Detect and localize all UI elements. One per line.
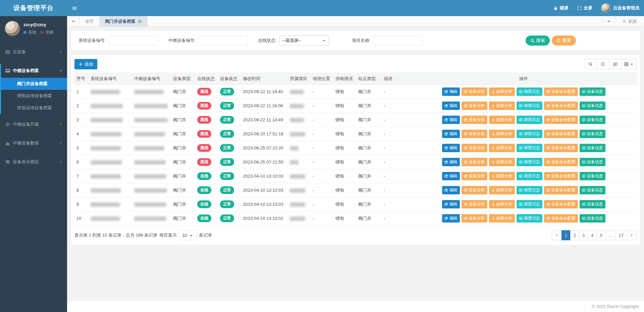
page-size-select[interactable]: 10 (179, 230, 197, 240)
pagination-page-button[interactable]: 3 (579, 230, 588, 240)
action-button-编辑[interactable]: 编辑 (442, 144, 460, 152)
system-device-no-input[interactable] (109, 36, 158, 46)
action-button-调度日志[interactable]: 调度日志 (517, 158, 542, 166)
user-avatar[interactable] (5, 21, 20, 36)
action-button-设备分析[interactable]: 设备分析 (462, 87, 487, 96)
action-button-编辑[interactable]: 编辑 (442, 116, 460, 124)
tabs-scroll-right-button[interactable] (602, 16, 615, 26)
action-button-设备命令配置[interactable]: 设备命令配置 (544, 130, 578, 138)
action-button-调度日志[interactable]: 调度日志 (517, 116, 542, 124)
tab-item[interactable]: 首页 (80, 16, 100, 26)
sidebar-subitem[interactable]: 拼装远传设备档案 (1, 102, 67, 114)
fullscreen-button[interactable]: 全屏 (577, 5, 592, 11)
action-button-故障分析[interactable]: 故障分析 (489, 144, 515, 152)
sidebar-subitem[interactable]: 锂电远传设备档案 (1, 90, 67, 102)
tabs-scroll-left-button[interactable] (67, 16, 80, 26)
action-button-设备分析[interactable]: 设备分析 (462, 200, 487, 208)
action-button-故障分析[interactable]: 故障分析 (489, 102, 515, 110)
tab-close-icon[interactable] (138, 19, 142, 23)
pagination-page-button[interactable]: ... (605, 230, 616, 240)
action-button-故障分析[interactable]: 故障分析 (489, 158, 515, 166)
pagination-page-button[interactable]: 1 (561, 230, 571, 240)
reset-button[interactable]: 重置 (552, 36, 576, 46)
action-button-故障分析[interactable]: 故障分析 (489, 200, 515, 208)
sidebar-item[interactable]: 云设备 (1, 45, 67, 59)
action-button-故障分析[interactable]: 故障分析 (489, 186, 515, 194)
sidebar-item[interactable]: 中燃设备数据 (1, 136, 67, 150)
table-card-view-button[interactable] (609, 59, 622, 69)
pagination-next-button[interactable] (627, 230, 637, 240)
action-button-设备信息[interactable]: 设备信息 (580, 130, 605, 138)
pagination-page-button[interactable]: 17 (615, 230, 627, 240)
action-button-调度日志[interactable]: 调度日志 (517, 214, 542, 223)
action-button-编辑[interactable]: 编辑 (442, 172, 460, 180)
action-button-编辑[interactable]: 编辑 (442, 186, 460, 194)
add-button[interactable]: 添加 (74, 59, 97, 69)
sidebar-item[interactable]: 中燃设备升级 (1, 117, 67, 131)
action-button-设备分析[interactable]: 设备分析 (462, 186, 487, 194)
zr-device-no-input[interactable] (198, 36, 248, 46)
lock-screen-button[interactable]: 锁屏 (553, 5, 569, 11)
action-button-编辑[interactable]: 编辑 (442, 87, 460, 96)
action-button-设备信息[interactable]: 设备信息 (580, 102, 605, 110)
action-button-调度日志[interactable]: 调度日志 (517, 130, 542, 138)
action-button-设备信息[interactable]: 设备信息 (580, 116, 605, 124)
sidebar-item[interactable]: 中燃设备档案 (1, 64, 67, 78)
action-button-调度日志[interactable]: 调度日志 (517, 87, 542, 96)
action-button-故障分析[interactable]: 故障分析 (489, 116, 515, 124)
action-button-设备信息[interactable]: 设备信息 (580, 186, 605, 194)
table-refresh-button[interactable] (596, 59, 609, 69)
action-button-编辑[interactable]: 编辑 (442, 158, 460, 166)
action-button-编辑[interactable]: 编辑 (442, 102, 460, 110)
action-button-故障分析[interactable]: 故障分析 (489, 172, 515, 180)
action-button-设备分析[interactable]: 设备分析 (462, 214, 487, 223)
tab-refresh-button[interactable]: 刷新 (615, 16, 644, 26)
action-button-调度日志[interactable]: 调度日志 (517, 200, 542, 208)
pagination-page-button[interactable]: 5 (596, 230, 605, 240)
action-button-设备命令配置[interactable]: 设备命令配置 (544, 214, 578, 223)
action-button-调度日志[interactable]: 调度日志 (517, 186, 542, 194)
pagination-page-button[interactable]: 2 (570, 230, 579, 240)
action-button-编辑[interactable]: 编辑 (442, 200, 460, 208)
action-button-设备命令配置[interactable]: 设备命令配置 (544, 144, 578, 152)
action-button-设备分析[interactable]: 设备分析 (462, 116, 487, 124)
table-search-toggle-button[interactable] (584, 59, 597, 69)
action-button-编辑[interactable]: 编辑 (442, 130, 460, 138)
action-button-设备信息[interactable]: 设备信息 (580, 200, 605, 208)
table-columns-button[interactable] (621, 59, 637, 69)
action-button-调度日志[interactable]: 调度日志 (517, 144, 542, 152)
action-button-设备信息[interactable]: 设备信息 (580, 172, 605, 180)
tab-active[interactable]: 阀门井设备档案 (100, 16, 148, 26)
pagination-prev-button[interactable] (552, 230, 562, 240)
user-menu[interactable]: 云设备管理员 (601, 3, 639, 13)
action-button-设备命令配置[interactable]: 设备命令配置 (544, 102, 578, 110)
action-button-编辑[interactable]: 编辑 (442, 214, 460, 223)
action-button-设备命令配置[interactable]: 设备命令配置 (544, 200, 578, 208)
online-status-select[interactable]: --请选择-- (279, 36, 329, 46)
sidebar-item[interactable]: 设备命令跟踪 (1, 155, 67, 169)
project-name-input[interactable] (373, 36, 423, 46)
action-button-调度日志[interactable]: 调度日志 (517, 102, 542, 110)
action-button-设备命令配置[interactable]: 设备命令配置 (544, 172, 578, 180)
search-button[interactable]: 搜索 (526, 36, 550, 46)
action-button-设备信息[interactable]: 设备信息 (580, 144, 605, 152)
action-button-故障分析[interactable]: 故障分析 (489, 130, 515, 138)
sidebar-toggle-hamburger-icon[interactable] (72, 6, 77, 10)
action-button-设备命令配置[interactable]: 设备命令配置 (544, 87, 578, 96)
action-button-故障分析[interactable]: 故障分析 (489, 87, 515, 96)
action-button-故障分析[interactable]: 故障分析 (489, 214, 515, 223)
action-button-设备分析[interactable]: 设备分析 (462, 130, 487, 138)
action-button-设备信息[interactable]: 设备信息 (580, 158, 605, 166)
logout-link[interactable]: 注销 (40, 29, 53, 35)
action-button-设备分析[interactable]: 设备分析 (462, 158, 487, 166)
action-button-设备命令配置[interactable]: 设备命令配置 (544, 158, 578, 166)
action-button-设备分析[interactable]: 设备分析 (462, 144, 487, 152)
sidebar-subitem[interactable]: 阀门井设备档案 (1, 78, 67, 90)
action-button-设备信息[interactable]: 设备信息 (580, 214, 605, 223)
action-button-调度日志[interactable]: 调度日志 (517, 172, 542, 180)
action-button-设备分析[interactable]: 设备分析 (462, 172, 487, 180)
action-button-设备分析[interactable]: 设备分析 (462, 102, 487, 110)
action-button-设备命令配置[interactable]: 设备命令配置 (544, 186, 578, 194)
action-button-设备命令配置[interactable]: 设备命令配置 (544, 116, 578, 124)
pagination-page-button[interactable]: 4 (588, 230, 597, 240)
